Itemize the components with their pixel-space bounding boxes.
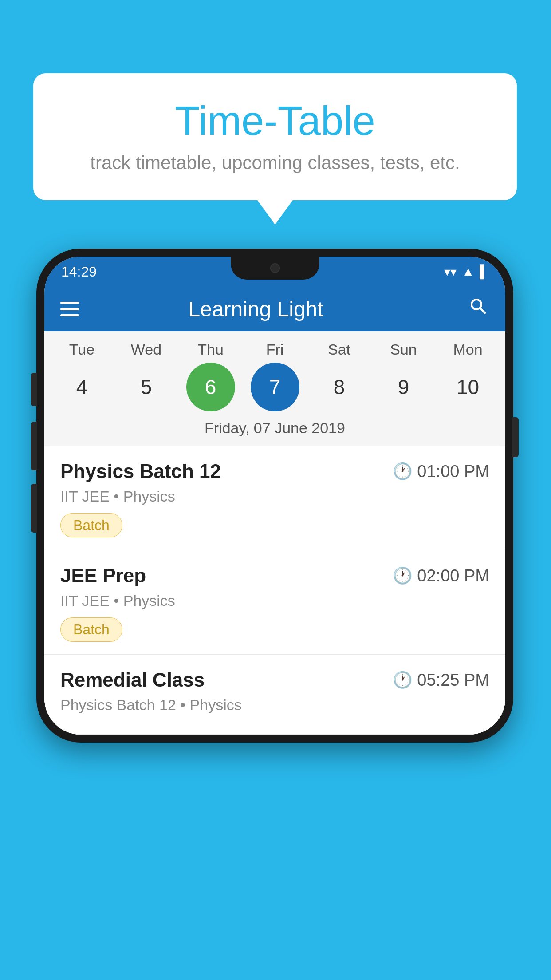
- schedule-subtitle-1: IIT JEE • Physics: [60, 488, 489, 505]
- phone-frame: 14:29 ▾▾ ▲ ▌ Learning Light: [36, 249, 513, 743]
- clock-icon-1: 🕐: [393, 462, 413, 481]
- schedule-item-1[interactable]: Physics Batch 12 🕐 01:00 PM IIT JEE • Ph…: [44, 446, 505, 550]
- day-label-mon: Mon: [439, 341, 497, 358]
- day-5[interactable]: 5: [122, 363, 171, 411]
- notch: [231, 257, 319, 280]
- batch-tag-1: Batch: [60, 513, 122, 537]
- speech-bubble: Time-Table track timetable, upcoming cla…: [33, 73, 517, 200]
- schedule-time-value-3: 05:25 PM: [417, 671, 489, 690]
- schedule-item-2[interactable]: JEE Prep 🕐 02:00 PM IIT JEE • Physics Ba…: [44, 550, 505, 655]
- day-label-sat: Sat: [311, 341, 368, 358]
- schedule-header-1: Physics Batch 12 🕐 01:00 PM: [60, 460, 489, 482]
- schedule-title-1: Physics Batch 12: [60, 460, 221, 482]
- schedule-header-3: Remedial Class 🕐 05:25 PM: [60, 669, 489, 691]
- power-button: [512, 417, 519, 457]
- volume-silent-button: [31, 373, 37, 406]
- day-7-selected[interactable]: 7: [251, 363, 299, 411]
- schedule-time-value-1: 01:00 PM: [417, 462, 489, 481]
- day-labels: Tue Wed Thu Fri Sat Sun Mon: [50, 341, 500, 358]
- day-label-thu: Thu: [182, 341, 240, 358]
- bubble-title: Time-Table: [60, 98, 490, 144]
- status-time: 14:29: [61, 264, 97, 280]
- day-label-fri: Fri: [246, 341, 304, 358]
- clock-icon-3: 🕐: [393, 671, 413, 689]
- batch-tag-2: Batch: [60, 617, 122, 642]
- clock-icon-2: 🕐: [393, 566, 413, 585]
- schedule-subtitle-2: IIT JEE • Physics: [60, 592, 489, 609]
- schedule-time-3: 🕐 05:25 PM: [393, 671, 489, 690]
- schedule-header-2: JEE Prep 🕐 02:00 PM: [60, 565, 489, 587]
- calendar-strip: Tue Wed Thu Fri Sat Sun Mon 4 5 6 7 8 9 …: [44, 331, 505, 446]
- volume-down-button: [31, 484, 37, 533]
- schedule-time-1: 🕐 01:00 PM: [393, 462, 489, 481]
- day-6-today[interactable]: 6: [186, 363, 235, 411]
- phone-screen: 14:29 ▾▾ ▲ ▌ Learning Light: [44, 257, 505, 735]
- wifi-icon: ▾▾: [444, 265, 457, 279]
- schedule-container: Physics Batch 12 🕐 01:00 PM IIT JEE • Ph…: [44, 446, 505, 735]
- battery-icon: ▌: [480, 265, 488, 279]
- signal-icon: ▲: [462, 265, 474, 279]
- schedule-title-3: Remedial Class: [60, 669, 205, 691]
- speech-bubble-container: Time-Table track timetable, upcoming cla…: [33, 73, 517, 200]
- day-numbers: 4 5 6 7 8 9 10: [50, 363, 500, 411]
- volume-up-button: [31, 422, 37, 470]
- app-title: Learning Light: [44, 297, 468, 321]
- day-4[interactable]: 4: [58, 363, 106, 411]
- search-icon[interactable]: [468, 296, 489, 322]
- day-label-wed: Wed: [118, 341, 175, 358]
- day-9[interactable]: 9: [379, 363, 428, 411]
- camera: [270, 263, 280, 273]
- app-bar: Learning Light: [44, 287, 505, 331]
- schedule-time-value-2: 02:00 PM: [417, 566, 489, 585]
- day-8[interactable]: 8: [315, 363, 364, 411]
- schedule-time-2: 🕐 02:00 PM: [393, 566, 489, 585]
- schedule-subtitle-3: Physics Batch 12 • Physics: [60, 696, 489, 714]
- selected-date-label: Friday, 07 June 2019: [50, 419, 500, 446]
- bubble-subtitle: track timetable, upcoming classes, tests…: [60, 152, 490, 174]
- day-10[interactable]: 10: [444, 363, 492, 411]
- day-label-sun: Sun: [375, 341, 433, 358]
- phone-wrapper: 14:29 ▾▾ ▲ ▌ Learning Light: [36, 249, 513, 743]
- schedule-item-3[interactable]: Remedial Class 🕐 05:25 PM Physics Batch …: [44, 655, 505, 735]
- schedule-title-2: JEE Prep: [60, 565, 146, 587]
- status-icons: ▾▾ ▲ ▌: [444, 265, 488, 279]
- day-label-tue: Tue: [53, 341, 111, 358]
